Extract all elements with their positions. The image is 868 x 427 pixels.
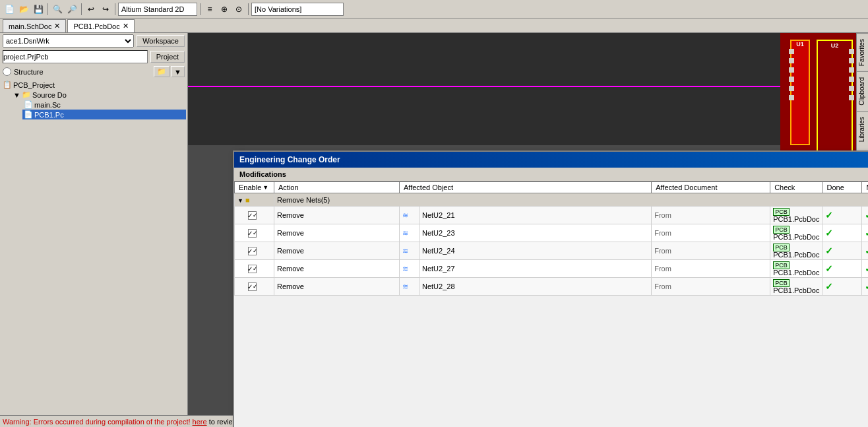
- enable-checkbox-2[interactable]: ✓: [248, 229, 257, 238]
- libraries-tab[interactable]: Libraries: [857, 111, 868, 147]
- pin: [849, 49, 854, 54]
- check-cell-5: ✓: [822, 278, 862, 296]
- workspace-dropdown[interactable]: ace1.DsnWrk: [3, 34, 134, 48]
- dropdown-arrow-btn[interactable]: ▼: [171, 66, 185, 77]
- net-icon-cell-4: ≋: [400, 260, 419, 278]
- check-status-4: ✓: [825, 263, 833, 274]
- doc-cell-2: PCB PCB1.PcbDoc: [770, 224, 822, 242]
- toolbar-icon-6[interactable]: ≡: [203, 3, 216, 16]
- tab-bar: main.SchDoc ✕ PCB1.PcbDoc ✕: [0, 18, 868, 33]
- clipboard-tab[interactable]: Clipboard: [857, 71, 868, 111]
- toolbar-icon-2[interactable]: 📂: [17, 3, 30, 16]
- enable-checkbox-3[interactable]: ✓: [248, 247, 257, 255]
- check-status-3: ✓: [825, 246, 833, 256]
- workspace-button[interactable]: Workspace: [137, 35, 185, 47]
- table-row: ✓ Remove ≋ NetU2_28 From PCB PCB1.PcbDoc…: [235, 278, 869, 296]
- modal-body: Modifications Status Enable ▼ Action A: [234, 168, 868, 425]
- undo-icon[interactable]: ↩: [84, 3, 98, 16]
- pin: [849, 95, 854, 100]
- pcb-background: [188, 33, 868, 145]
- enable-cell-1: ✓: [235, 207, 274, 224]
- net-name-cell-5: NetU2_28: [419, 278, 652, 296]
- tree-root[interactable]: 📋 PCB_Project: [1, 80, 186, 90]
- toolbar-icon-4[interactable]: 🔍: [51, 3, 64, 16]
- table-row: ✓ Remove ≋ NetU2_21 From PCB PCB1.PcbDoc…: [235, 207, 869, 224]
- net-name-cell-1: NetU2_21: [419, 207, 652, 224]
- toolbar-icon-8[interactable]: ⊙: [232, 3, 245, 16]
- table-header-row: Enable ▼ Action Affected Object Affected…: [235, 182, 869, 193]
- from-label-4: From: [652, 260, 770, 278]
- pin: [849, 86, 854, 91]
- done-cell-2: ✓: [862, 224, 868, 242]
- table-row: ✓ Remove ≋ NetU2_27 From PCB PCB1.PcbDoc…: [235, 260, 869, 278]
- table-row: ✓ Remove ≋ NetU2_24 From PCB PCB1.PcbDoc…: [235, 242, 869, 260]
- action-cell-5: Remove: [274, 278, 400, 296]
- modifications-label: Modifications: [234, 168, 863, 181]
- net-wave-icon-2: ≋: [402, 229, 408, 237]
- action-cell-4: Remove: [274, 260, 400, 278]
- net-icon-cell-1: ≋: [400, 207, 419, 224]
- variations-dropdown[interactable]: [No Variations]: [251, 3, 344, 16]
- group-expand-cell: ▼ ■: [235, 193, 274, 207]
- tree-pcb1[interactable]: 📄 PCB1.Pc: [22, 110, 186, 119]
- eco-table: Enable ▼ Action Affected Object Affected…: [234, 181, 868, 296]
- table-row: ✓ Remove ≋ NetU2_23 From PCB PCB1.PcbDoc…: [235, 224, 869, 242]
- tab-pcb1-pcbdoc[interactable]: PCB1.PcbDoc ✕: [67, 19, 134, 32]
- sep-3: [115, 3, 115, 15]
- net-wave-icon-3: ≋: [402, 247, 408, 255]
- pin: [849, 77, 854, 82]
- structure-radio[interactable]: [3, 67, 11, 76]
- toolbar-icon-5[interactable]: 🔎: [65, 3, 78, 16]
- action-cell-1: Remove: [274, 207, 400, 224]
- done-cell-1: ✓: [862, 207, 868, 224]
- enable-checkbox-4[interactable]: ✓: [248, 265, 257, 273]
- pin: [789, 77, 794, 82]
- from-label-2: From: [652, 224, 770, 242]
- enable-cell-2: ✓: [235, 224, 274, 242]
- done-status-1: ✓: [865, 210, 868, 220]
- done-cell-4: ✓: [862, 260, 868, 278]
- pcb-trace: [188, 86, 782, 87]
- done-status-5: ✓: [865, 281, 868, 292]
- net-name-cell-4: NetU2_27: [419, 260, 652, 278]
- enable-checkbox-5[interactable]: ✓: [248, 282, 257, 291]
- warning-link[interactable]: here: [193, 418, 207, 426]
- pin: [789, 95, 794, 100]
- tab-main-schdoc[interactable]: main.SchDoc ✕: [3, 19, 66, 32]
- enable-cell-4: ✓: [235, 260, 274, 278]
- tab-label-active: PCB1.PcbDoc: [73, 22, 119, 30]
- project-input[interactable]: [3, 50, 148, 63]
- enable-checkbox-1[interactable]: ✓: [248, 211, 257, 220]
- toolbar-icon-3[interactable]: 💾: [32, 3, 45, 16]
- eco-dialog: Engineering Change Order × Modifications…: [233, 150, 868, 427]
- table-body: ▼ ■ Remove Nets(5) ✓ Remove ≋: [235, 193, 869, 296]
- view-icon-btn[interactable]: 📁: [154, 66, 170, 77]
- workspace-row: ace1.DsnWrk Workspace: [0, 33, 187, 49]
- redo-icon[interactable]: ↪: [99, 3, 112, 16]
- mode-dropdown[interactable]: Altium Standard 2D: [118, 3, 197, 16]
- action-cell-3: Remove: [274, 242, 400, 260]
- pcb-u1: U1: [790, 40, 810, 145]
- action-cell-2: Remove: [274, 224, 400, 242]
- tab-label: main.SchDoc: [9, 22, 51, 30]
- group-folder-icon: ■: [245, 196, 250, 204]
- toolbar-icon-1[interactable]: 📄: [3, 3, 16, 16]
- toolbar-icon-7[interactable]: ⊕: [218, 3, 231, 16]
- pin: [789, 58, 794, 63]
- col-affdoc-header: Affected Document: [652, 182, 770, 193]
- net-name-cell-3: NetU2_24: [419, 242, 652, 260]
- check-status-1: ✓: [825, 210, 833, 220]
- enable-cell-5: ✓: [235, 278, 274, 296]
- done-status-3: ✓: [865, 246, 868, 256]
- tree-source-do[interactable]: ▼ 📁 Source Do: [12, 90, 186, 100]
- schematic-icon: 📄: [24, 100, 33, 109]
- tree-source-label: Source Do: [32, 91, 67, 99]
- tree-main-sc[interactable]: 📄 main.Sc: [22, 100, 186, 110]
- collapse-icon[interactable]: ▼: [237, 197, 243, 204]
- favorites-tab[interactable]: Favorites: [857, 33, 868, 71]
- pin: [789, 49, 794, 54]
- expand-icon: ▼: [13, 91, 20, 99]
- project-button[interactable]: Project: [150, 51, 185, 63]
- folder-icon: 📁: [22, 90, 31, 99]
- col-done-header: Done: [822, 182, 862, 193]
